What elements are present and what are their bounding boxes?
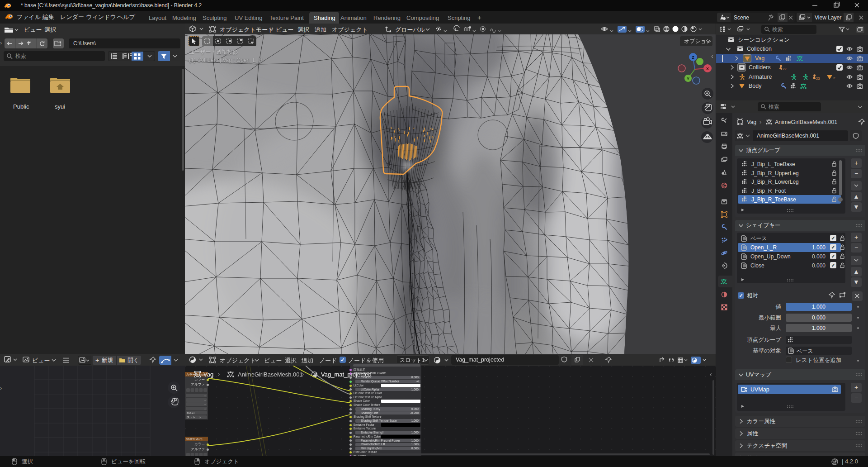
- svg-text:23: 23: [816, 76, 820, 80]
- svg-text:22: 22: [783, 67, 786, 71]
- svg-text:X: X: [706, 67, 709, 71]
- svg-text:Z: Z: [692, 55, 694, 60]
- svg-text:Y: Y: [687, 76, 689, 81]
